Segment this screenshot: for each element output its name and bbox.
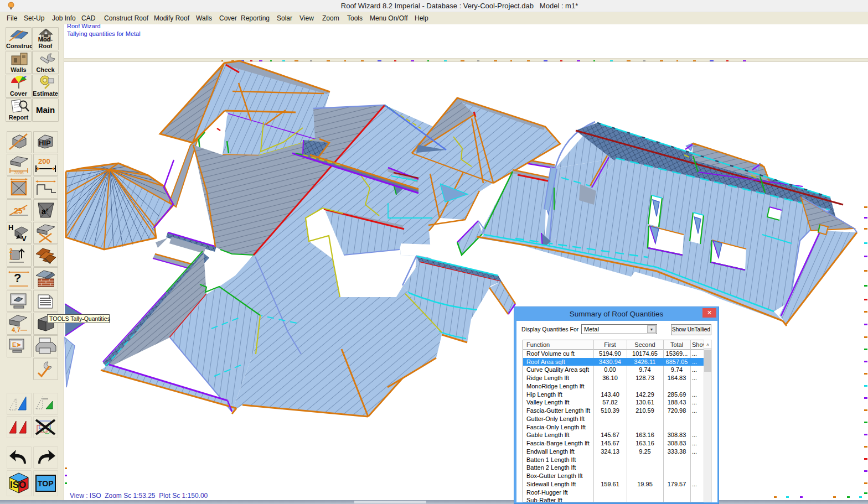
svg-text:a²: a² [42, 207, 49, 216]
svg-text:V: V [22, 235, 27, 243]
svg-text:2: 2 [9, 248, 13, 254]
svg-text:200: 200 [38, 157, 50, 165]
svg-text:ISO: ISO [10, 480, 26, 490]
svg-text:1: 1 [9, 254, 13, 261]
svg-text:TOP: TOP [38, 479, 54, 488]
svg-text:?: ? [14, 271, 21, 285]
svg-text:4¸7: 4¸7 [12, 326, 20, 333]
svg-text:E➤: E➤ [12, 341, 22, 348]
svg-text:7896: 7896 [14, 170, 24, 175]
svg-text:25°: 25° [14, 206, 25, 215]
svg-text:H: H [8, 224, 13, 232]
svg-text:HIP: HIP [39, 139, 51, 147]
